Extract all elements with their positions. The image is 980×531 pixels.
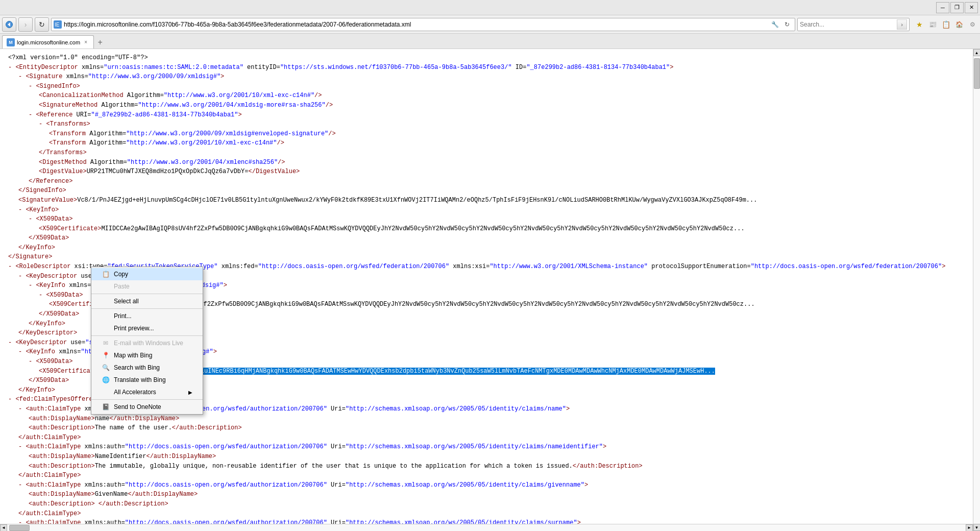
xml-line-6: <SignatureMethod Algorithm="http://www.w… (8, 101, 965, 110)
scroll-down-button[interactable]: ▼ (973, 524, 981, 531)
search-go-button[interactable]: › (897, 19, 907, 30)
context-menu-search-bing-label: Search with Bing (114, 364, 160, 371)
scroll-track-vertical[interactable] (973, 56, 980, 524)
context-menu-print-preview-label: Print preview... (114, 325, 154, 332)
xml-line-42: - <auth:ClaimType xmlns:auth="http://doc… (8, 442, 965, 452)
restore-button[interactable]: ❐ (950, 2, 964, 13)
xml-line-46: - <auth:ClaimType xmlns:auth="http://doc… (8, 480, 965, 490)
xml-line-39: <auth:DisplayName>name</auth:DisplayName… (8, 414, 965, 424)
onenote-icon: 📓 (102, 403, 110, 411)
context-menu-onenote-label: Send to OneNote (114, 403, 161, 411)
context-menu-translate-bing[interactable]: 🌐 Translate with Bing (91, 374, 203, 386)
context-menu-email-label: E-mail with Windows Live (114, 340, 183, 347)
context-menu-copy[interactable]: 📋 Copy (91, 268, 203, 280)
xml-line-45: </auth:ClaimType> (8, 471, 965, 480)
accelerators-arrow-icon: ▶ (188, 390, 192, 395)
xml-line-15: </SignedInfo> (8, 186, 965, 196)
url-text: https://login.microsoftonline.com/f10370… (64, 21, 767, 28)
scroll-up-button[interactable]: ▲ (973, 49, 981, 56)
context-menu-divider-1 (91, 294, 203, 294)
scroll-right-button[interactable]: ► (966, 524, 973, 532)
xml-line-47: <auth:DisplayName>GivenName</auth:Displa… (8, 490, 965, 499)
xml-line-12: <DigestMethod Algorithm="http://www.w3.o… (8, 158, 965, 167)
context-menu-email[interactable]: ✉ E-mail with Windows Live (91, 337, 203, 349)
xml-line-2: - <EntityDescriptor xmlns="urn:oasis:nam… (8, 63, 965, 73)
context-menu-onenote[interactable]: 📓 Send to OneNote (91, 401, 203, 413)
tab-favicon-0: M (7, 38, 15, 46)
search-input[interactable] (800, 21, 897, 28)
context-menu-copy-label: Copy (114, 271, 128, 278)
context-menu-search-bing[interactable]: 🔍 Search with Bing (91, 361, 203, 374)
xml-line-1: <?xml version="1.0" encoding="UTF-8"?> (8, 53, 965, 63)
paste-icon (102, 282, 110, 291)
xml-line-7: - <Reference URI="#_87e299b2-ad86-4381-8… (8, 110, 965, 120)
xml-line-21: </KeyInfo> (8, 243, 965, 253)
tools-button[interactable]: ⚙ (967, 19, 978, 30)
xml-line-40: <auth:Description>The name of the user.<… (8, 423, 965, 433)
feeds-button[interactable]: 📰 (927, 19, 938, 30)
xml-line-8: - <Transforms> (8, 119, 965, 129)
context-menu-print-label: Print... (114, 312, 132, 320)
svg-text:IE: IE (55, 22, 60, 28)
title-bar: ─ ❐ ✕ (0, 0, 980, 15)
context-menu-select-all-label: Select all (114, 298, 139, 305)
context-menu-select-all[interactable]: Select all (91, 295, 203, 307)
scroll-left-button[interactable]: ◄ (0, 524, 7, 532)
xml-line-48: <auth:Description> </auth:Description> (8, 499, 965, 509)
tab-bar: M login.microsoftonline.com × + (0, 34, 980, 49)
xml-line-49: </auth:ClaimType> (8, 509, 965, 519)
xml-line-4: - <SignedInfo> (8, 82, 965, 91)
scroll-thumb-horizontal[interactable] (9, 525, 30, 531)
favorites-button[interactable]: ★ (914, 19, 925, 30)
scrollbar-vertical[interactable]: ▲ ▼ (973, 49, 980, 531)
context-menu-divider-2 (91, 308, 203, 309)
context-menu-divider-4 (91, 399, 203, 400)
context-menu-map-bing-label: Map with Bing (114, 352, 152, 359)
search-bar[interactable]: › (797, 18, 910, 31)
context-menu-accelerators[interactable]: All Accelerators ▶ (91, 386, 203, 398)
xml-line-20: </X509Data> (8, 233, 965, 243)
close-button[interactable]: ✕ (965, 2, 978, 13)
translate-icon: 🌐 (102, 376, 110, 384)
copy-icon: 📋 (102, 270, 110, 278)
print-icon (102, 312, 110, 320)
site-favicon: IE (54, 20, 62, 29)
refresh-button[interactable]: ↻ (35, 17, 49, 32)
address-bar[interactable]: IE https://login.microsoftonline.com/f10… (51, 18, 795, 31)
xml-line-22: </Signature> (8, 252, 965, 262)
xml-line-13: <DigestValue>URP21TMCu0hWTJXEQ8mdHzo1PQx… (8, 167, 965, 177)
navigation-bar: › ↻ IE https://login.microsoftonline.com… (0, 15, 980, 34)
map-icon: 📍 (102, 351, 110, 359)
context-menu-accelerators-label: All Accelerators (114, 389, 156, 396)
refresh-addr-button[interactable]: ↻ (781, 19, 793, 30)
compatibility-view-button[interactable]: 🔧 (769, 19, 780, 30)
xml-line-19: <X509Certificate>MIIDCCAe2gAwIBAgIQP8sUV… (8, 224, 965, 234)
xml-line-44: <auth:Description>The immutable, globall… (8, 462, 965, 471)
search-bing-icon: 🔍 (102, 364, 110, 372)
context-menu-divider-3 (91, 335, 203, 336)
email-icon: ✉ (102, 339, 110, 347)
scrollbar-horizontal[interactable]: ◄ ► (0, 524, 973, 531)
context-menu-paste[interactable]: Paste (91, 280, 203, 293)
tab-0[interactable]: M login.microsoftonline.com × (2, 35, 94, 49)
new-tab-button[interactable]: + (94, 36, 106, 49)
xml-line-3: - <Signature xmlns="http://www.w3.org/20… (8, 72, 965, 82)
context-menu: 📋 Copy Paste Select all Print... Print p… (91, 267, 203, 415)
favorites-bar: ★ 📰 📋 🏠 ⚙ (914, 19, 978, 30)
history-button[interactable]: 📋 (940, 19, 951, 30)
scroll-thumb-vertical[interactable] (974, 58, 980, 89)
back-button[interactable] (2, 17, 16, 32)
tab-label-0: login.microsoftonline.com (17, 39, 80, 45)
window-controls: ─ ❐ ✕ (936, 2, 978, 13)
scroll-track-horizontal[interactable] (7, 524, 966, 531)
minimize-button[interactable]: ─ (936, 2, 949, 13)
print-preview-icon (102, 324, 110, 332)
context-menu-map-bing[interactable]: 📍 Map with Bing (91, 349, 203, 361)
tab-close-0[interactable]: × (82, 39, 89, 46)
context-menu-translate-bing-label: Translate with Bing (114, 376, 166, 383)
forward-button[interactable]: › (18, 17, 33, 32)
xml-line-41: </auth:ClaimType> (8, 433, 965, 443)
home-button[interactable]: 🏠 (953, 19, 965, 30)
context-menu-print[interactable]: Print... (91, 310, 203, 322)
context-menu-print-preview[interactable]: Print preview... (91, 322, 203, 334)
